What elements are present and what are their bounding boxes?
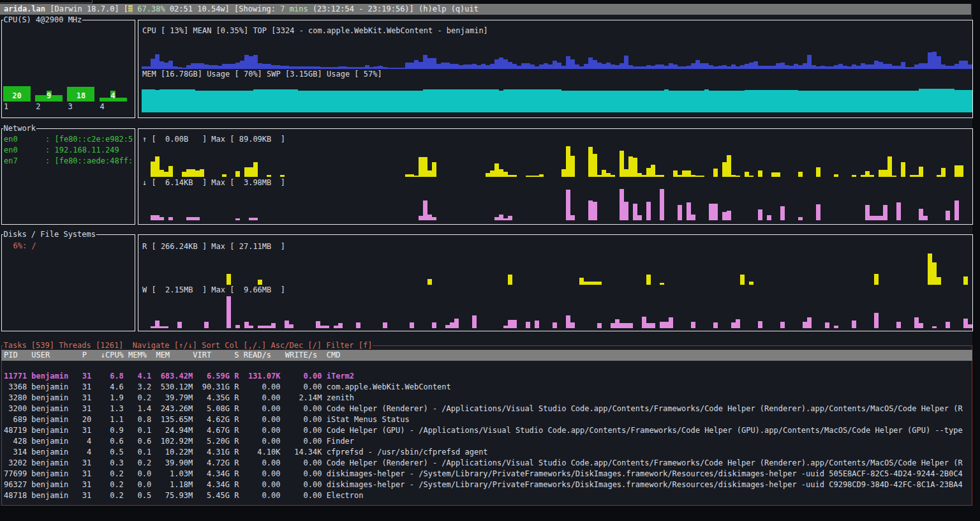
column-header-user[interactable]: USER: [31, 350, 50, 361]
column-header-writes[interactable]: WRITE/s: [285, 350, 318, 361]
task-row-96327[interactable]: 96327 benjamin 31 0.2 0.0 1.18M 4.34G R …: [4, 479, 970, 490]
network-interface-row: en0 : 192.168.11.249: [4, 145, 134, 156]
disk-read-label: R [ 266.24KB ] Max [ 27.11MB ]: [142, 241, 285, 252]
status-segment: [446, 4, 450, 13]
column-header-p[interactable]: P: [82, 350, 87, 361]
status-segment: arida.lan: [4, 4, 45, 13]
task-row-428[interactable]: 428 benjamin 4 0.6 0.6 102.92M 5.20G R 0…: [4, 436, 970, 447]
status-segment: [Darwin 18.7.0] [: [45, 4, 128, 13]
cpu-core-index-2: 2: [36, 102, 40, 112]
disks-panel-title: Disks / File Systems: [3, 229, 97, 240]
status-segment: (23:12:54 - 23:19:56)]: [308, 4, 419, 13]
network-interface-row: en0 : [fe80::c2e:e982:5: [4, 134, 134, 145]
help-button[interactable]: (h)elp: [419, 4, 446, 13]
task-row-48719[interactable]: 48719 benjamin 31 0.9 0.1 24.94M 4.67G R…: [4, 425, 970, 436]
column-header-cmd[interactable]: CMD: [327, 350, 341, 361]
task-row-3280[interactable]: 3280 benjamin 31 1.9 0.2 39.79M 4.35G R …: [4, 393, 970, 404]
cpu-panel-title: CPU(S) 4@2900 MHz: [3, 15, 83, 26]
cpu-core-percent-1: 20: [12, 91, 22, 102]
disk-write-histogram: [142, 296, 972, 328]
network-panel-title: Network: [3, 123, 37, 134]
column-header-pid[interactable]: PID: [4, 350, 18, 361]
cpu-core-index-1: 1: [4, 102, 8, 112]
cpu-core-index-4: 4: [100, 102, 105, 112]
status-segment: 67.38%: [137, 4, 165, 13]
status-bar-text: arida.lan [Darwin 18.7.0] [ 67.38% 02:51…: [4, 4, 479, 15]
cpu-core-percent-2: 9: [47, 91, 52, 102]
cpu-usage-histogram: [142, 36, 972, 69]
network-up-label: ↑ [ 0.00B ] Max [ 89.09KB ]: [142, 134, 285, 145]
task-row-689[interactable]: 689 benjamin 20 1.1 0.8 135.65M 4.62G R …: [4, 414, 970, 425]
disk-read-histogram: [142, 253, 972, 285]
cpu-core-index-3: 3: [68, 102, 72, 112]
cpu-graph-label: CPU [ 13%] MEAN [0.35%] TOP [3324 - com.…: [142, 26, 488, 36]
network-down-histogram: [142, 189, 972, 220]
column-header-s[interactable]: S: [234, 350, 239, 361]
task-row-314[interactable]: 314 benjamin 4 0.5 0.1 10.22M 4.31G R 4.…: [4, 447, 970, 458]
column-header-reads[interactable]: READ/s: [244, 350, 271, 361]
task-row-3368[interactable]: 3368 benjamin 31 4.6 3.2 530.12M 90.31G …: [4, 382, 970, 393]
column-header-mem%[interactable]: MEM%: [128, 350, 147, 361]
column-header-virt[interactable]: VIRT: [193, 350, 211, 361]
column-header-mem[interactable]: MEM: [156, 350, 170, 361]
quit-button[interactable]: (q)uit: [451, 4, 479, 13]
task-row-11771[interactable]: 11771 benjamin 31 6.8 4.1 683.42M 6.59G …: [4, 371, 970, 382]
disk-usage-text: 6%: /: [13, 241, 36, 252]
mem-usage-histogram: [142, 80, 972, 112]
column-header-cpu%[interactable]: ↓CPU%: [101, 350, 124, 361]
status-segment: 02:51 10.54w] [Showing:: [165, 4, 281, 13]
task-row-48718[interactable]: 48718 benjamin 31 0.2 0.5 75.93M 5.45G R…: [4, 490, 970, 501]
cpu-core-percent-4: 4: [110, 91, 115, 102]
mem-graph-label: MEM [16.78GB] Usage [ 70%] SWP [3.15GB] …: [142, 69, 382, 80]
tasks-table-header: PIDUSERP↓CPU%MEM%MEMVIRTSREAD/sWRITE/sCM…: [1, 350, 972, 361]
status-segment: 7 mins: [280, 4, 308, 13]
zenith-terminal-screen: arida.lan [Darwin 18.7.0] [ 67.38% 02:51…: [0, 0, 980, 521]
disk-write-label: W [ 2.15MB ] Max [ 9.66MB ]: [142, 285, 285, 296]
cpu-core-percent-3: 18: [76, 91, 85, 102]
task-row-3200[interactable]: 3200 benjamin 31 1.3 1.4 243.26M 5.08G R…: [4, 404, 970, 414]
network-up-histogram: [142, 146, 972, 177]
network-interface-row: en7 : [fe80::aede:48ff:: [4, 156, 134, 167]
status-bar: arida.lan [Darwin 18.7.0] [ 67.38% 02:51…: [0, 4, 971, 15]
network-down-label: ↓ [ 6.14KB ] Max [ 3.98MB ]: [142, 177, 285, 188]
task-row-77699[interactable]: 77699 benjamin 31 0.2 0.0 1.03M 4.34G R …: [4, 469, 970, 479]
task-row-3202[interactable]: 3202 benjamin 31 0.3 0.2 39.90M 4.72G R …: [4, 458, 970, 469]
window-edge-artifact: [0, 0, 93, 3]
